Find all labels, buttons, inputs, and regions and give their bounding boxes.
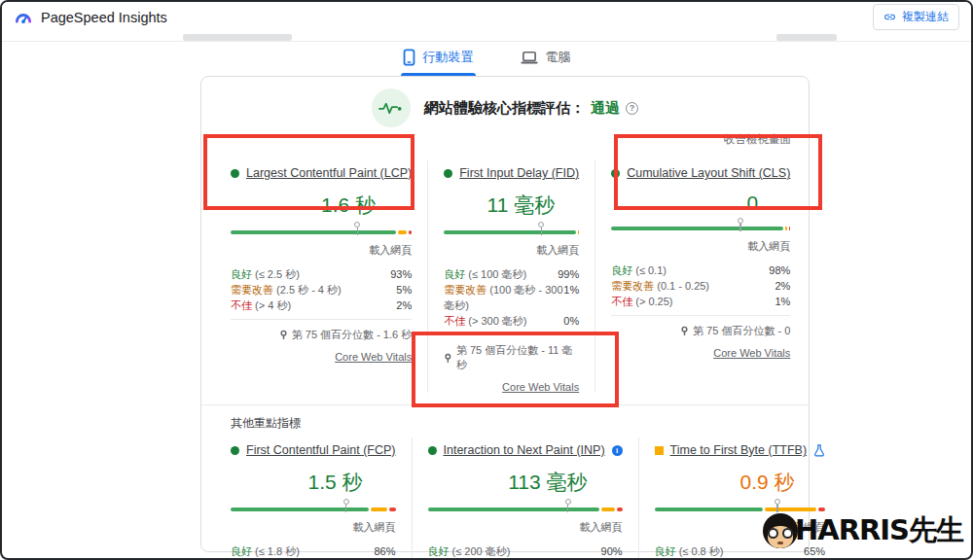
good-status-dot	[231, 446, 239, 455]
distribution-term: 良好	[655, 545, 679, 557]
good-segment	[444, 230, 576, 234]
poor-segment	[789, 227, 791, 230]
assessment-result: 通過	[591, 99, 620, 118]
distribution-percentage: 99%	[558, 266, 579, 282]
distribution-range: (> 300 毫秒)	[468, 315, 526, 327]
mobile-icon	[403, 49, 415, 66]
good-segment	[428, 508, 599, 511]
ni-segment	[578, 230, 579, 234]
info-icon[interactable]: i	[612, 445, 623, 456]
bar-caption: 載入網頁	[428, 520, 623, 535]
distribution-range: (2.5 秒 - 4 秒)	[276, 284, 342, 296]
pin-icon	[444, 353, 452, 364]
distribution-range: (≤ 1.8 秒)	[255, 545, 300, 557]
cwv-link[interactable]: Core Web Vitals	[335, 351, 412, 363]
help-icon[interactable]: ?	[626, 102, 638, 115]
ni-segment	[785, 227, 787, 230]
distribution-row: 不佳 (> 0.25)1%	[611, 294, 790, 309]
distribution-bar	[611, 227, 790, 232]
good-segment	[655, 508, 763, 511]
pin-icon	[279, 330, 288, 340]
distribution-term: 需要改善	[611, 280, 657, 292]
brand: PageSpeed Insights	[14, 8, 167, 27]
field-data-card: 網站體驗核心指標評估：通過 ? 收合檢視畫面 Largest Contentfu…	[200, 76, 810, 552]
good-status-dot	[231, 169, 239, 178]
pulse-icon	[372, 88, 411, 127]
copy-link-button[interactable]: 複製連結	[873, 4, 959, 30]
pagespeed-insights-window: PageSpeed Insights 複製連結 行動裝置	[0, 0, 973, 560]
distribution-percentage: 98%	[769, 262, 790, 278]
distribution-range: (≤ 0.8 秒)	[679, 545, 724, 557]
distribution-percentage: 1%	[563, 282, 579, 313]
experiment-flask-icon	[813, 444, 825, 457]
distribution-range: (≤ 200 毫秒)	[452, 545, 511, 557]
metric-inp: Interaction to Next Paint (INP) i 113 毫秒…	[412, 438, 638, 560]
tab-desktop[interactable]: 電腦	[519, 45, 573, 76]
cwv-link[interactable]: Core Web Vitals	[713, 347, 790, 359]
cwv-link[interactable]: Core Web Vitals	[502, 381, 579, 393]
distribution-term: 不佳	[444, 315, 468, 327]
percentile-row: 第 75 個百分位數 - 11 毫秒	[444, 334, 579, 372]
distribution-term: 良好	[444, 268, 468, 280]
distribution-row: 需要改善 (2.5 秒 - 4 秒)5%	[231, 282, 412, 298]
distribution-row: 需要改善 (0.1 - 0.25)2%	[611, 278, 790, 294]
tab-desktop-label: 電腦	[546, 49, 571, 66]
percentile-row: 第 75 個百分位數 - 1.6 秒	[231, 319, 412, 342]
good-status-dot	[444, 169, 452, 178]
distribution-percentage: 90%	[601, 543, 623, 559]
poor-segment	[617, 508, 623, 511]
distribution-term: 需要改善	[444, 284, 489, 296]
distribution-bar	[231, 230, 412, 236]
tab-mobile-label: 行動裝置	[423, 49, 474, 66]
ni-segment	[601, 508, 615, 511]
distribution-percentage: 1%	[775, 294, 790, 309]
distribution-term: 需要改善	[231, 284, 276, 296]
metric-lcp-link[interactable]: Largest Contentful Paint (LCP)	[246, 166, 412, 180]
metric-cls-link[interactable]: Cumulative Layout Shift (CLS)	[627, 166, 790, 180]
harris-watermark: HARRIS先生	[763, 511, 963, 550]
distribution-term: 不佳	[231, 299, 255, 311]
metric-cls-value: 0	[611, 192, 790, 215]
link-icon	[883, 11, 896, 23]
collapse-view-link[interactable]: 收合檢視畫面	[724, 133, 791, 145]
clipped-scrolled-text	[776, 34, 837, 41]
assessment-title: 網站體驗核心指標評估：	[424, 99, 585, 118]
bar-caption: 載入網頁	[231, 243, 412, 258]
distribution-row: 需要改善 (100 毫秒 - 300 毫秒)1%	[444, 282, 579, 313]
metric-fid-link[interactable]: First Input Delay (FID)	[459, 166, 579, 180]
desktop-icon	[521, 51, 538, 65]
distribution-row: 良好 (≤ 1.8 秒)86%	[231, 543, 396, 559]
metric-fcp-link[interactable]: First Contentful Paint (FCP)	[246, 443, 396, 457]
metric-inp-value: 113 毫秒	[428, 469, 623, 496]
device-tabs: 行動裝置 電腦	[2, 45, 971, 76]
metric-inp-link[interactable]: Interaction to Next Paint (INP)	[444, 443, 605, 457]
distribution-row: 良好 (≤ 0.1)98%	[611, 262, 790, 278]
header-divider	[2, 41, 971, 42]
ni-segment	[398, 230, 407, 234]
distribution-percentage: 5%	[396, 282, 412, 298]
other-metrics-label: 其他重點指標	[201, 405, 809, 432]
distribution-range: (≤ 2.5 秒)	[255, 268, 300, 280]
distribution-row: 不佳 (> 4 秒)2%	[231, 298, 412, 313]
ni-segment	[371, 508, 387, 511]
poor-segment	[389, 508, 396, 511]
pagespeed-logo-icon	[14, 8, 33, 27]
distribution-row: 不佳 (> 300 毫秒)0%	[444, 313, 579, 329]
needs-improvement-status-square	[655, 446, 664, 455]
bar-caption: 載入網頁	[231, 520, 396, 535]
bar-caption: 載入網頁	[444, 243, 579, 258]
percentile-row: 第 75 個百分位數 - 0	[611, 315, 790, 338]
tab-mobile[interactable]: 行動裝置	[401, 45, 476, 76]
app-title: PageSpeed Insights	[41, 10, 167, 25]
distribution-bar	[231, 508, 396, 513]
app-header: PageSpeed Insights 複製連結	[2, 2, 971, 32]
distribution-range: (> 4 秒)	[255, 299, 291, 311]
metric-lcp-value: 1.6 秒	[231, 192, 412, 219]
cwv-assessment-header: 網站體驗核心指標評估：通過 ?	[201, 77, 809, 129]
distribution-row: 良好 (≤ 200 毫秒)90%	[428, 543, 623, 559]
distribution-percentage: 2%	[775, 278, 790, 294]
distribution-range: (≤ 100 毫秒)	[468, 268, 526, 280]
distribution-row: 良好 (≤ 100 毫秒)99%	[444, 266, 579, 282]
metric-ttfb-link[interactable]: Time to First Byte (TTFB)	[670, 443, 808, 457]
metric-lcp: Largest Contentful Paint (LCP) 1.6 秒 載入網…	[215, 160, 427, 393]
